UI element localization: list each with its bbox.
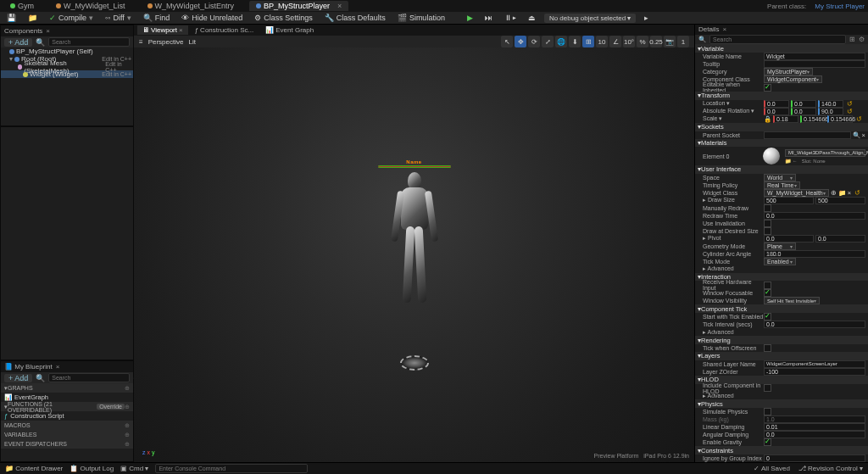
advanced-toggle[interactable]: ▸ Advanced [698, 393, 764, 399]
location-x[interactable]: 0.0 [764, 100, 789, 108]
component-class-dropdown[interactable]: WidgetComponent [764, 75, 822, 83]
add-icon[interactable]: ⊕ [125, 385, 130, 392]
section-variables[interactable]: VARIABLES⊕ [1, 430, 133, 439]
section-materials[interactable]: ▾ Materials [695, 139, 868, 148]
tick-offscreen-checkbox[interactable] [764, 344, 771, 352]
step-button[interactable]: ⏸▶ [501, 13, 520, 23]
enable-gravity-checkbox[interactable] [764, 438, 771, 446]
advanced-toggle[interactable]: ▸ Advanced [698, 265, 764, 272]
simulate-physics-checkbox[interactable] [764, 408, 771, 415]
viewport-tab[interactable]: 🖥 Viewport × [137, 25, 188, 35]
material-thumbnail[interactable] [763, 148, 780, 165]
tooltip-input[interactable] [764, 60, 865, 68]
editable-checkbox[interactable] [764, 84, 771, 92]
draw-size-x[interactable]: 500 [764, 197, 814, 204]
rotate-mode-icon[interactable]: ⟳ [528, 36, 540, 47]
angle-snap-icon[interactable]: ∠ [609, 36, 621, 47]
save-button[interactable]: 💾 [3, 13, 19, 23]
filter-icon[interactable]: ⊞ [849, 36, 855, 43]
content-drawer-button[interactable]: 📁 Content Drawer [5, 465, 63, 472]
ignore-group-input[interactable]: 0 [764, 454, 865, 462]
cmd-dropdown[interactable]: ▣ Cmd ▾ [120, 465, 148, 472]
section-constraints[interactable]: ▾ Constraints [695, 446, 868, 454]
construction-script-tab[interactable]: ƒ Construction Sc... [190, 25, 259, 35]
category-dropdown[interactable]: MyStructPlayer [764, 68, 813, 75]
use-invalidation-checkbox[interactable] [764, 220, 771, 227]
close-icon[interactable]: × [46, 27, 50, 35]
rotation-y[interactable]: 0.0 [791, 108, 816, 115]
browse-button[interactable]: 📁 [25, 13, 41, 23]
grid-snap-icon[interactable]: ⊞ [582, 36, 594, 47]
scale-z[interactable]: 0.154666 [827, 115, 853, 123]
section-layers[interactable]: ▾ Layers [695, 352, 868, 360]
all-saved-status[interactable]: ✓ All Saved [754, 465, 790, 472]
override-dropdown[interactable]: Override [97, 404, 125, 410]
scale-y[interactable]: 0.154666 [800, 115, 826, 123]
section-functions[interactable]: ▾ FUNCTIONS (21 OVERRIDABLE)Override⊕ [1, 402, 133, 411]
scale-x[interactable]: 0.18 [773, 115, 798, 123]
parent-class-link[interactable]: My Struct Player [815, 3, 865, 10]
redraw-time-input[interactable]: 0.0 [764, 212, 865, 220]
components-search-input[interactable] [48, 37, 130, 47]
details-search-input[interactable] [709, 35, 846, 44]
viewport-3d[interactable]: Name z x y Preview Platform iPad Pro 6 1… [134, 47, 694, 462]
reset-icon[interactable]: ↺ [847, 108, 853, 115]
window-visibility-dropdown[interactable]: Self Hit Test Invisible [764, 297, 820, 304]
rotation-z[interactable]: 90.0 [818, 108, 843, 115]
close-icon[interactable]: × [56, 363, 60, 371]
section-transform[interactable]: ▾ Transform [695, 92, 868, 100]
clear-icon[interactable]: × [848, 189, 851, 197]
search-icon[interactable]: 🔍 [853, 131, 860, 139]
play-button[interactable]: ▶ [464, 13, 476, 23]
grid-size[interactable]: 10 [596, 36, 608, 47]
camera-speed-icon[interactable]: 📷 [664, 36, 676, 47]
scale-mode-icon[interactable]: ⤢ [542, 36, 554, 47]
hide-unrelated-button[interactable]: 👁Hide Unrelated [178, 13, 246, 23]
close-icon[interactable]: × [337, 2, 342, 10]
add-icon[interactable]: ⊕ [125, 432, 130, 438]
add-component-button[interactable]: + Add [4, 38, 32, 47]
pivot-x[interactable]: 0.0 [764, 235, 814, 243]
tick-mode-dropdown[interactable]: Enabled [764, 258, 796, 265]
linear-damping-input[interactable]: 0.01 [764, 423, 865, 431]
class-settings-button[interactable]: ⚙Class Settings [251, 13, 316, 23]
revision-control-button[interactable]: ⎇ Revision Control ▾ [798, 465, 863, 472]
perspective-dropdown[interactable]: Perspective [148, 38, 184, 46]
section-graphs[interactable]: ▾ GRAPHS⊕ [1, 383, 133, 393]
location-y[interactable]: 0.0 [791, 100, 816, 108]
section-macros[interactable]: MACROS⊕ [1, 421, 133, 430]
close-icon[interactable]: × [722, 25, 726, 33]
timing-dropdown[interactable]: Real Time [764, 181, 800, 189]
advanced-toggle[interactable]: ▸ Advanced [698, 329, 764, 336]
output-log-button[interactable]: 📋 Output Log [70, 465, 114, 472]
tree-skeletalmesh[interactable]: Skeletal Mesh (SkeletalMesh)Edit in C++ [1, 63, 133, 70]
browse-icon[interactable]: 📁 [838, 189, 846, 197]
reset-icon[interactable]: ↺ [856, 115, 862, 123]
rotation-x[interactable]: 0.0 [764, 108, 789, 115]
simulation-button[interactable]: 🎬Simulation [394, 13, 448, 23]
reset-icon[interactable]: ↺ [854, 189, 860, 197]
skip-button[interactable]: ⏭ [481, 13, 496, 23]
add-new-button[interactable]: + Add [4, 374, 32, 382]
angular-damping-input[interactable]: 0.0 [764, 431, 865, 438]
tab-bp-mystructplayer[interactable]: BP_MyStructPlayer× [249, 1, 348, 11]
details-tab[interactable]: Details [698, 25, 719, 33]
manually-redraw-checkbox[interactable] [764, 204, 771, 212]
section-dispatchers[interactable]: EVENT DISPATCHERS⊕ [1, 439, 133, 449]
eject-button[interactable]: ⏏ [525, 13, 539, 23]
close-icon[interactable]: × [179, 26, 183, 34]
myblueprint-tab[interactable]: 📘 My Blueprint [4, 363, 53, 371]
edit-icon[interactable]: ⊕ [831, 189, 837, 197]
gear-icon[interactable]: ⚙ [859, 36, 865, 43]
draw-desired-checkbox[interactable] [764, 227, 771, 235]
lock-icon[interactable]: 🔒 [764, 115, 771, 123]
use-icon[interactable]: ← [793, 159, 798, 164]
widget-class-dropdown[interactable]: W_MyWidget_Health [764, 189, 829, 197]
section-rendering[interactable]: ▾ Rendering [695, 336, 868, 344]
camera-speed-value[interactable]: 1 [677, 36, 689, 47]
section-sockets[interactable]: ▾ Sockets [695, 123, 868, 131]
include-hlod-checkbox[interactable] [764, 384, 771, 392]
scale-snap-icon[interactable]: % [637, 36, 648, 47]
add-icon[interactable]: ⊕ [125, 404, 130, 410]
reset-icon[interactable]: ↺ [847, 100, 853, 108]
